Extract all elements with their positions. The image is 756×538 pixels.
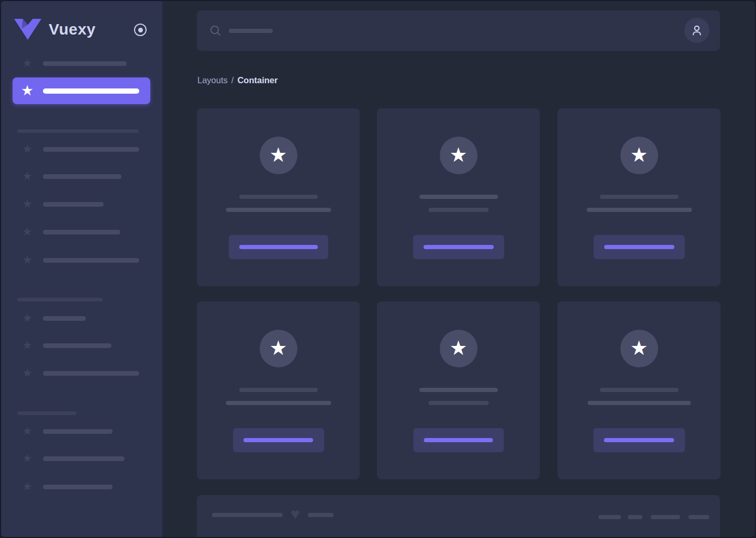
footer-control-placeholder	[598, 515, 621, 519]
footer-left-group: ♥	[212, 511, 333, 519]
menu-label-placeholder	[43, 174, 121, 179]
footer-control-placeholder	[628, 515, 642, 519]
menu-label-placeholder	[43, 202, 104, 207]
vuexy-logo-icon	[14, 19, 41, 40]
person-icon	[690, 24, 704, 37]
demo-card: ★	[197, 301, 360, 479]
demo-card: ★	[377, 301, 540, 479]
sidebar-item[interactable]: ★	[13, 195, 150, 214]
logo[interactable]: Vuexy	[14, 19, 96, 40]
breadcrumb-separator: /	[231, 75, 234, 85]
card-title-placeholder	[419, 195, 498, 199]
star-icon: ★	[13, 453, 42, 464]
card-title-placeholder	[600, 195, 679, 199]
card-action-button[interactable]	[594, 235, 685, 259]
star-icon: ★	[13, 481, 42, 492]
sidebar-item[interactable]: ★	[13, 140, 150, 159]
demo-card: ★	[197, 108, 360, 286]
menu-label-placeholder	[43, 343, 112, 348]
card-action-button[interactable]	[413, 235, 504, 259]
logo-text: Vuexy	[49, 19, 96, 40]
demo-card: ★	[558, 108, 720, 286]
footer-control-placeholder	[688, 515, 709, 519]
star-icon: ★	[13, 226, 42, 238]
card-action-button[interactable]	[593, 428, 685, 452]
card-avatar-circle: ★	[620, 137, 658, 174]
star-icon: ★	[13, 254, 42, 266]
card-subtitle-placeholder	[226, 208, 331, 212]
footer-card: ♥	[197, 495, 720, 537]
star-icon: ★	[13, 58, 42, 69]
heart-icon[interactable]: ♥	[291, 506, 300, 522]
sidebar-item-active[interactable]: ★	[13, 77, 150, 104]
star-icon: ★	[13, 171, 42, 182]
star-icon: ★	[630, 338, 648, 358]
star-icon: ★	[13, 340, 42, 351]
button-label-placeholder	[239, 245, 318, 249]
footer-label-placeholder	[308, 513, 333, 517]
user-avatar[interactable]	[684, 18, 709, 43]
star-icon: ★	[13, 367, 42, 379]
sidebar-item[interactable]: ★	[13, 477, 150, 496]
sidebar: Vuexy ★ ★ ★ ★ ★ ★	[0, 0, 162, 538]
card-action-button[interactable]	[233, 428, 324, 452]
menu-label-placeholder	[43, 316, 86, 321]
star-icon: ★	[630, 145, 648, 165]
menu-label-placeholder	[43, 485, 113, 489]
section-header-placeholder	[17, 129, 139, 133]
button-label-placeholder	[604, 245, 674, 249]
card-avatar-circle: ★	[440, 330, 477, 367]
search-bar[interactable]	[197, 10, 720, 51]
menu-label-placeholder	[43, 230, 120, 234]
star-icon: ★	[13, 143, 42, 155]
menu-label-placeholder	[43, 456, 125, 461]
menu-label-placeholder	[43, 61, 127, 66]
star-icon: ★	[13, 198, 42, 210]
card-title-placeholder	[600, 388, 679, 392]
menu-label-placeholder	[43, 88, 139, 94]
card-avatar-circle: ★	[260, 137, 297, 174]
menu-pin-toggle[interactable]	[134, 24, 147, 36]
card-subtitle-placeholder	[586, 208, 692, 212]
star-icon: ★	[269, 338, 287, 358]
button-label-placeholder	[243, 438, 313, 442]
card-title-placeholder	[239, 388, 318, 392]
footer-label-placeholder	[212, 513, 283, 517]
breadcrumb: Layouts / Container	[197, 75, 277, 85]
sidebar-item[interactable]: ★	[13, 251, 150, 270]
menu-label-placeholder	[43, 429, 113, 434]
breadcrumb-parent[interactable]: Layouts	[197, 75, 228, 85]
section-header-placeholder	[17, 411, 76, 415]
card-subtitle-placeholder	[428, 208, 488, 212]
star-icon: ★	[269, 145, 287, 165]
sidebar-item[interactable]: ★	[13, 364, 150, 383]
menu-label-placeholder	[43, 147, 139, 152]
sidebar-item[interactable]: ★	[13, 167, 150, 186]
card-title-placeholder	[419, 388, 498, 392]
star-icon: ★	[13, 425, 42, 437]
menu-label-placeholder	[43, 371, 139, 376]
card-avatar-circle: ★	[260, 330, 297, 367]
breadcrumb-current: Container	[237, 75, 277, 85]
demo-card: ★	[377, 108, 540, 286]
section-header-placeholder	[17, 298, 103, 301]
sidebar-item[interactable]: ★	[13, 336, 150, 355]
sidebar-item[interactable]: ★	[13, 422, 150, 441]
star-icon: ★	[13, 312, 42, 324]
sidebar-item[interactable]: ★	[13, 309, 150, 328]
card-avatar-circle: ★	[620, 330, 658, 367]
card-subtitle-placeholder	[587, 401, 691, 405]
button-label-placeholder	[424, 245, 494, 249]
app-window: Vuexy ★ ★ ★ ★ ★ ★	[0, 0, 756, 538]
card-action-button[interactable]	[229, 235, 328, 259]
card-title-placeholder	[239, 195, 318, 199]
search-placeholder	[229, 29, 273, 33]
card-action-button[interactable]	[413, 428, 504, 452]
sidebar-item[interactable]: ★	[13, 449, 150, 468]
radio-circle-icon	[134, 24, 147, 36]
card-subtitle-placeholder	[226, 401, 331, 405]
card-avatar-circle: ★	[440, 137, 477, 174]
sidebar-item[interactable]: ★	[13, 222, 150, 241]
sidebar-item[interactable]: ★	[13, 54, 150, 73]
demo-card: ★	[558, 301, 720, 479]
